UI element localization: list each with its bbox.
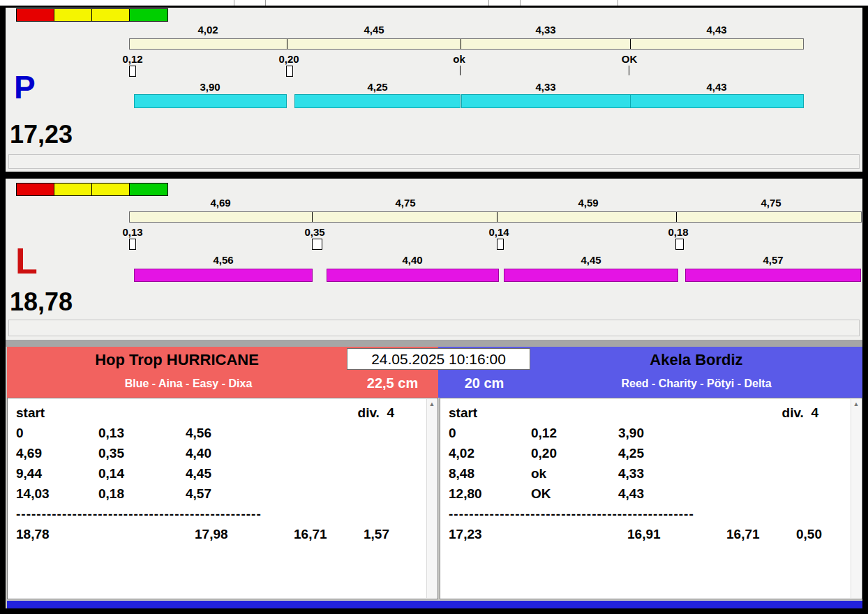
result-row: 8,48 ok 4,33 [449,463,848,484]
result-row: 9,44 0,14 4,45 [16,463,424,484]
run-bar-label: 4,56 [213,254,233,266]
ruler-segment [313,212,498,222]
ruler-segment [497,212,677,222]
run-bar [685,269,861,282]
result-separator: ----------------------------------------… [449,504,848,524]
team-lineup: Blue - Aina - Easy - Dixa [7,377,370,390]
light-yellow-2 [92,184,130,195]
result-row: 4,02 0,20 4,25 [449,443,848,463]
crossing-mark-box [286,66,293,77]
ruler-label: 4,45 [364,24,384,36]
result-header-row: start div. 4 [16,403,424,423]
lane-p-total-time: 17,23 [10,120,73,149]
result-totals-row: 18,78 17,98 16,71 1,57 [16,524,424,544]
result-totals-row: 17,23 16,91 16,71 0,50 [449,524,848,544]
crossing-mark-label: 0,18 [668,226,688,238]
ruler-segment [631,39,803,49]
run-bar-label: 4,40 [402,254,422,266]
crossing-mark-label: 0,35 [304,226,324,238]
crossing-mark-box [129,239,136,250]
ruler-label: 4,75 [395,197,415,209]
team-name: Hop Trop HURRICANE [7,351,347,369]
ruler-segment [461,39,631,49]
lane-l-total-time: 18,78 [10,287,73,317]
crossing-mark-label: 0,12 [122,53,142,65]
section-divider [6,172,862,179]
run-bar-label: 4,45 [581,254,601,266]
crossing-mark-box [497,239,504,250]
crossing-mark-tick [460,66,461,75]
run-bar-label: 4,33 [535,81,555,93]
light-yellow-2 [92,9,130,21]
division-label: div. 4 [358,403,394,423]
result-row: 12,80 OK 4,43 [449,484,848,504]
ruler-label: 4,02 [197,24,218,36]
window-top-fragment [0,0,868,6]
run-bar [327,269,499,282]
crossing-mark-tick [629,66,629,75]
crossing-mark-label: 0,14 [488,226,509,238]
fragment-tick [234,0,234,6]
crossing-mark-box [129,66,136,77]
bottom-bar [7,601,862,608]
scrollbar-up-icon[interactable]: ▲ [427,399,437,409]
result-separator: ----------------------------------------… [16,504,424,524]
crossing-mark-box [312,239,322,250]
ruler-segment [130,39,287,49]
run-bar [461,94,631,108]
lane-p-letter: P [14,71,36,103]
scrollbar[interactable]: ▲ [426,399,437,598]
ruler-segment [287,39,461,49]
scrollbar[interactable]: ▲ [851,399,861,598]
crossing-mark-label: 0,13 [122,226,142,238]
result-row: 4,69 0,35 4,40 [16,443,424,463]
fragment-tick [265,0,266,6]
fragment-tick [618,0,618,6]
result-row: 0 0,13 4,56 [16,423,424,443]
run-bar-label: 4,43 [706,81,726,93]
lane-p-split-ruler [129,38,804,50]
lane-p-status-lights [16,8,168,22]
ruler-label: 4,33 [535,24,555,36]
ruler-label: 4,69 [210,197,230,209]
run-bar [504,269,678,282]
result-header-row: start div. 4 [449,403,848,423]
crossing-mark-label: ok [453,53,465,65]
light-green [130,184,167,195]
run-bar-label: 4,25 [367,81,387,93]
light-red [17,184,54,195]
result-text-right: start div. 4 0 0,12 3,90 4,02 0,20 4,25 … [440,398,862,544]
lane-l-status-lights [16,183,168,196]
ruler-label: 4,59 [578,197,598,209]
result-row: 14,03 0,18 4,57 [16,484,424,504]
run-bar [630,94,804,108]
result-row: 0 0,12 3,90 [449,423,848,443]
lane-l-letter: L [15,243,38,279]
section-divider [6,340,862,347]
crossing-mark-box [675,239,684,250]
ruler-label: 4,75 [761,197,781,209]
light-yellow-1 [54,184,92,195]
result-panel-left: start div. 4 0 0,13 4,56 4,69 0,35 4,40 … [7,398,438,599]
result-text-left: start div. 4 0 0,13 4,56 4,69 0,35 4,40 … [8,398,437,544]
crossing-mark-label: OK [622,53,638,65]
light-yellow-1 [54,9,92,21]
run-bar-label: 4,57 [763,254,783,266]
start-label: start [449,403,477,423]
fragment-tick [488,0,489,6]
crossing-mark-label: 0,20 [278,53,299,65]
jump-height-label: 20 cm [438,375,530,391]
run-bar [134,94,287,108]
ruler-segment [130,212,313,222]
lane-l-split-ruler [129,211,862,223]
result-panel-right: start div. 4 0 0,12 3,90 4,02 0,20 4,25 … [440,398,862,599]
datetime-display: 24.05.2025 10:16:00 [347,348,530,370]
division-label: div. 4 [782,403,818,423]
light-red [17,9,54,21]
ruler-segment [677,212,862,222]
run-bar [134,269,313,282]
jump-height-label: 22,5 cm [347,375,438,391]
scrollbar-up-icon[interactable]: ▲ [851,399,861,409]
light-green [130,9,167,21]
ruler-label: 4,43 [706,24,726,36]
